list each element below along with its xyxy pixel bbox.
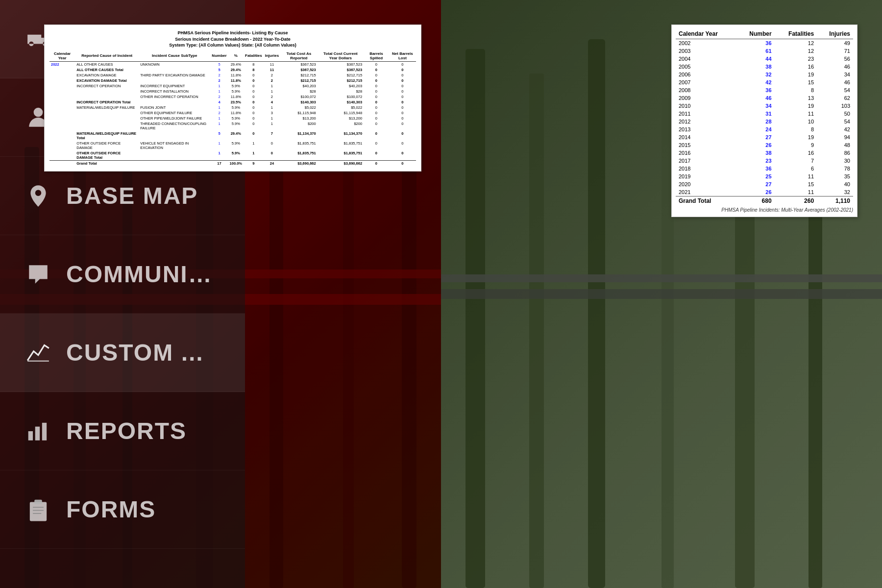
svg-rect-21 (35, 426, 39, 440)
cell-subtype: OTHER PIPE/WELD/JOINT FAILURE (139, 116, 210, 121)
cell-number: 1 (210, 121, 228, 131)
cell-number: 32 (736, 71, 774, 78)
svg-rect-11 (529, 74, 544, 588)
cell-number: 2 (210, 94, 228, 99)
cell-year (49, 121, 75, 131)
svg-rect-19 (27, 360, 49, 361)
cell-lost: 0 (389, 99, 416, 105)
cell-cost-reported: $1,115,948 (280, 110, 318, 116)
cell-subtype (139, 150, 210, 161)
cell-fatalities: 8 (775, 86, 817, 94)
cell-fatalities: 19 (775, 102, 817, 110)
cell-lost: 0 (389, 94, 416, 99)
cell-pct: 5.9% (228, 105, 244, 110)
cell-spilled: 0 (364, 121, 389, 131)
sidebar-item-custom-analytics[interactable]: CUSTOM ANALYTIC (0, 314, 245, 392)
table-row: MATERIAL/WELD/EQUIP FAILURE Total 5 29.4… (49, 131, 416, 141)
cell-injuries: 94 (817, 133, 853, 141)
cell-subtype: OTHER INCORRECT OPERATION (139, 94, 210, 99)
cell-year (49, 141, 75, 150)
sidebar-item-communication[interactable]: COMMUNICATION (0, 235, 245, 314)
cell-injuries: 56 (817, 55, 853, 63)
cell-lost: 0 (389, 73, 416, 78)
cell-cause: EXCAVATION DAMAGE (75, 73, 139, 78)
table-row: 2016 38 16 86 (676, 149, 853, 157)
table-row: 2012 28 10 54 (676, 118, 853, 125)
cell-lost: 0 (389, 67, 416, 73)
cell-cost-reported: $3,690,662 (280, 160, 318, 166)
cell-injuries: 1 (264, 83, 280, 89)
cell-fatalities: 12 (775, 47, 817, 55)
cell-number: 24 (736, 125, 774, 133)
cell-year: 2014 (676, 133, 736, 141)
table-row: 2008 36 8 54 (676, 86, 853, 94)
cell-injuries: 86 (817, 149, 853, 157)
table-row: 2015 26 9 48 (676, 141, 853, 149)
cell-lost: 0 (389, 131, 416, 141)
cell-cost-reported: $140,303 (280, 99, 318, 105)
cell-spilled: 0 (364, 94, 389, 99)
cell-cause: INCORRECT OPERATION Total (75, 99, 139, 105)
table-row: Grand Total 17 100.0% 9 24 $3,690,662 $3… (49, 160, 416, 166)
cell-cost-current: $3,690,662 (318, 160, 364, 166)
sidebar-label-custom-analytics: CUSTOM ANALYTIC (66, 339, 220, 366)
cell-injuries: 78 (817, 165, 853, 172)
cell-fatalities: 19 (775, 133, 817, 141)
cell-cause (75, 116, 139, 121)
cell-fatalities: 0 (244, 89, 264, 94)
cell-cost-current: $212,715 (318, 73, 364, 78)
cell-injuries: 1 (264, 116, 280, 121)
cell-subtype: OTHER EQUIPMENT FAILURE (139, 110, 210, 116)
cell-cost-current: $5,022 (318, 105, 364, 110)
cell-fatalities: 16 (775, 63, 817, 71)
sidebar-label-base-map: BASE MAP (66, 182, 198, 209)
cell-year: 2010 (676, 102, 736, 110)
cell-year: 2007 (676, 78, 736, 86)
cell-pct: 29.4% (228, 67, 244, 73)
cell-lost: 0 (389, 121, 416, 131)
right-col-number: Number (736, 29, 774, 39)
clipboard-icon (24, 496, 51, 523)
cell-number: 42 (736, 78, 774, 86)
cell-fatalities: 0 (244, 110, 264, 116)
cell-fatalities: 15 (775, 78, 817, 86)
cell-injuries: 54 (817, 118, 853, 125)
col-header-cost-reported: Total Cost As Reported (280, 50, 318, 62)
cell-year (49, 131, 75, 141)
cell-cause: OTHER OUTSIDE FORCE DAMAGE (75, 141, 139, 150)
cell-year (49, 99, 75, 105)
cell-spilled: 0 (364, 78, 389, 83)
cell-subtype: INCORRECT EQUIPMENT (139, 83, 210, 89)
cell-number: 1 (210, 116, 228, 121)
chat-icon (24, 261, 51, 288)
table-row: 2002 36 12 49 (676, 39, 853, 48)
cell-year: 2018 (676, 165, 736, 172)
cell-cost-current: $28 (318, 89, 364, 94)
sidebar-item-reports[interactable]: REPORTS (0, 392, 245, 470)
cell-year: 2020 (676, 180, 736, 188)
table-row: 2004 44 23 56 (676, 55, 853, 63)
sidebar-item-forms[interactable]: FORMS (0, 470, 245, 549)
cell-fatalities: 1 (244, 141, 264, 150)
cell-year: 2019 (676, 172, 736, 180)
cell-fatalities: 15 (775, 180, 817, 188)
cell-number: 23 (736, 157, 774, 165)
cell-cost-reported: $40,203 (280, 83, 318, 89)
cell-number: 5 (210, 61, 228, 67)
cell-cause: INCORRECT OPERATION (75, 83, 139, 89)
cell-fatalities: 11 (775, 172, 817, 180)
table-row: 2003 61 12 71 (676, 47, 853, 55)
cell-year: 2013 (676, 125, 736, 133)
cell-lost: 0 (389, 89, 416, 94)
table-row: INCORRECT OPERATION Total 4 23.5% 0 4 $1… (49, 99, 416, 105)
cell-cost-current: $100,072 (318, 94, 364, 99)
cell-injuries: 54 (817, 86, 853, 94)
cell-lost: 0 (389, 141, 416, 150)
cell-fatalities: 8 (244, 61, 264, 67)
grand-total-row: Grand Total 680 260 1,110 (676, 196, 853, 206)
cell-lost: 0 (389, 116, 416, 121)
cell-number: 38 (736, 149, 774, 157)
col-header-year: Calendar Year (49, 50, 75, 62)
cell-fatalities: 16 (775, 149, 817, 157)
cell-number: 28 (736, 118, 774, 125)
